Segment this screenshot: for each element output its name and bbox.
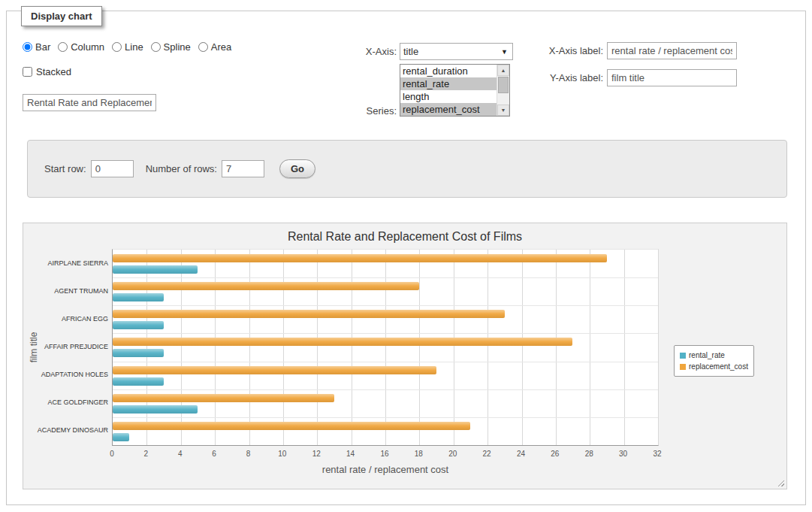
x-tick-label: 2	[137, 450, 155, 458]
bar-rental_rate	[113, 265, 198, 274]
chart-type-area-radio[interactable]	[198, 42, 208, 52]
x-tick-label: 32	[648, 450, 666, 458]
x-tick-label: 20	[444, 450, 462, 458]
series-listbox[interactable]: rental_duration rental_rate length repla…	[400, 64, 510, 117]
x-gridline	[181, 250, 182, 445]
bar-replacement_cost	[113, 310, 505, 318]
x-tick-label: 16	[376, 450, 394, 458]
scrollbar-thumb[interactable]	[498, 77, 509, 93]
stacked-checkbox-row[interactable]: Stacked	[23, 66, 71, 77]
chart-type-column[interactable]: Column	[58, 41, 104, 53]
chart-type-column-label: Column	[71, 41, 104, 53]
x-axis-title: rental rate / replacement cost	[112, 464, 659, 475]
legend-item[interactable]: replacement_cost	[680, 361, 748, 372]
chart-title-input[interactable]	[23, 94, 156, 111]
category-label: ACADEMY DINOSAUR	[38, 426, 108, 435]
num-rows-label: Number of rows:	[146, 163, 217, 174]
legend-label: rental_rate	[689, 351, 725, 359]
chart-type-area[interactable]: Area	[198, 41, 231, 53]
x-tick-label: 4	[171, 450, 189, 458]
bar-rental_rate	[113, 321, 164, 329]
scroll-down-icon[interactable]: ▼	[497, 105, 509, 116]
x-axis-label-input[interactable]	[607, 42, 737, 59]
chart-type-bar[interactable]: Bar	[23, 41, 50, 53]
x-gridline	[215, 250, 216, 445]
chart-type-bar-radio[interactable]	[23, 42, 32, 52]
fieldset-legend: Display chart	[21, 6, 102, 26]
legend-item[interactable]: rental_rate	[680, 350, 748, 361]
chart-type-line-radio[interactable]	[112, 42, 122, 52]
x-tick-label: 8	[240, 450, 258, 458]
chart-type-spline-radio[interactable]	[151, 42, 161, 52]
x-tick-label: 6	[205, 450, 223, 458]
x-tick-label: 14	[342, 450, 360, 458]
chart-type-area-label: Area	[211, 41, 231, 53]
resize-handle-icon[interactable]	[776, 478, 784, 486]
y-gridline	[113, 362, 658, 362]
x-gridline	[146, 250, 147, 445]
x-axis-select[interactable]: title ▼	[400, 43, 513, 60]
category-label: AFRICAN EGG	[62, 314, 108, 323]
y-gridline	[113, 277, 658, 278]
bar-replacement_cost	[113, 422, 470, 430]
x-gridline	[352, 250, 352, 445]
stacked-checkbox[interactable]	[23, 67, 32, 77]
chart-type-spline[interactable]: Spline	[151, 41, 191, 53]
start-row-input[interactable]	[91, 160, 134, 177]
go-button[interactable]: Go	[279, 159, 315, 178]
bar-rental_rate	[113, 405, 198, 414]
rows-panel: Start row: Number of rows: Go	[27, 140, 787, 198]
chart-type-line-label: Line	[125, 41, 143, 53]
chart-type-column-radio[interactable]	[58, 42, 68, 52]
scroll-up-icon[interactable]: ▲	[497, 65, 509, 76]
series-option-rental-rate[interactable]: rental_rate	[400, 77, 497, 90]
x-tick-labels: 02468101214161820222426283032	[112, 450, 659, 459]
y-axis-label-input[interactable]	[607, 69, 737, 86]
bar-replacement_cost	[113, 282, 419, 290]
x-tick-label: 26	[546, 450, 564, 458]
bar-rental_rate	[113, 293, 164, 301]
x-axis-select-label: X-Axis:	[331, 46, 397, 57]
chart-type-line[interactable]: Line	[112, 41, 143, 53]
x-gridline	[317, 250, 318, 445]
x-tick-label: 30	[614, 450, 632, 458]
bar-replacement_cost	[113, 394, 334, 402]
category-label: AFFAIR PREJUDICE	[44, 342, 108, 351]
x-gridline	[283, 250, 284, 445]
bar-replacement_cost	[113, 338, 572, 346]
x-tick-label: 28	[580, 450, 598, 458]
series-option-length[interactable]: length	[400, 90, 497, 103]
series-option-replacement-cost[interactable]: replacement_cost	[400, 103, 497, 116]
x-gridline	[249, 250, 250, 445]
legend-label: replacement_cost	[689, 362, 748, 371]
listbox-scrollbar[interactable]: ▲ ▼	[497, 65, 509, 116]
x-tick-label: 12	[307, 450, 325, 458]
x-axis-selected-value: title	[403, 46, 501, 57]
y-gridline	[113, 333, 658, 334]
bar-replacement_cost	[113, 366, 436, 374]
stacked-label: Stacked	[36, 66, 71, 77]
chart-type-radio-group: Bar Column Line Spline Area	[23, 41, 231, 53]
category-label: ACE GOLDFINGER	[47, 398, 108, 407]
x-gridline	[419, 250, 420, 445]
y-gridline	[113, 305, 658, 306]
plot-area	[112, 249, 659, 446]
series-option-rental-duration[interactable]: rental_duration	[400, 65, 497, 77]
x-gridline	[522, 250, 523, 445]
x-tick-label: 10	[273, 450, 291, 458]
x-gridline	[385, 250, 386, 445]
x-axis-label-field-label: X-Axis label:	[522, 45, 603, 56]
start-row-label: Start row:	[44, 163, 86, 174]
bar-rental_rate	[113, 349, 164, 357]
y-gridline	[113, 389, 658, 390]
legend-swatch-icon	[680, 353, 686, 359]
legend-swatch-icon	[680, 364, 686, 370]
x-tick-label: 24	[512, 450, 530, 458]
chart-title: Rental Rate and Replacement Cost of Film…	[23, 230, 786, 244]
x-gridline	[590, 250, 590, 445]
bar-rental_rate	[113, 433, 129, 441]
category-label: AIRPLANE SIERRA	[47, 259, 108, 268]
category-label: ADAPTATION HOLES	[41, 370, 108, 379]
x-gridline	[624, 250, 625, 445]
num-rows-input[interactable]	[222, 160, 264, 177]
